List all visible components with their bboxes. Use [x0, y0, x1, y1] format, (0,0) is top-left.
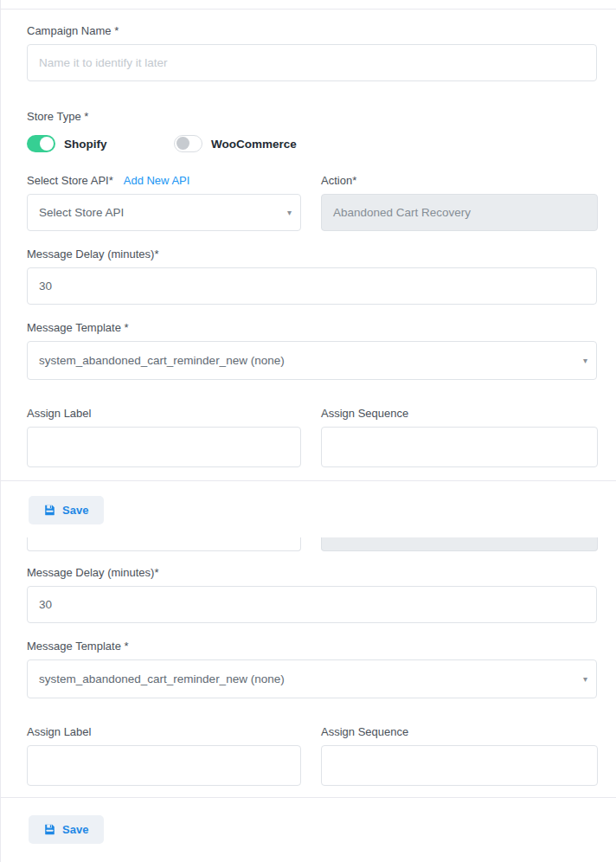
- message-template-select[interactable]: system_abandoned_cart_reminder_new (none…: [27, 659, 597, 698]
- assign-sequence-input[interactable]: [321, 427, 598, 467]
- save-button-label: Save: [62, 823, 88, 836]
- assign-label-input[interactable]: [27, 745, 301, 786]
- store-type-option-shopify[interactable]: Shopify: [27, 135, 174, 152]
- save-button[interactable]: Save: [29, 496, 104, 524]
- store-api-select-clipped[interactable]: [27, 537, 301, 551]
- action-label: Action*: [321, 174, 598, 187]
- message-template-label: Message Template *: [27, 321, 597, 334]
- assign-sequence-field: Assign Sequence: [321, 725, 598, 786]
- campaign-name-field: Campaign Name *: [27, 24, 597, 81]
- top-divider: [1, 0, 616, 10]
- save-icon: [44, 824, 55, 835]
- shopify-toggle-label: Shopify: [64, 138, 107, 151]
- message-delay-field: Message Delay (minutes)*: [27, 248, 597, 305]
- save-icon: [44, 505, 55, 516]
- store-type-field: Store Type * Shopify WooCommerce: [27, 110, 597, 152]
- store-api-select-value: Select Store API: [39, 206, 124, 219]
- message-delay-input[interactable]: [27, 586, 597, 623]
- store-type-option-woocommerce[interactable]: WooCommerce: [174, 135, 297, 152]
- assign-row: Assign Label Assign Sequence: [27, 407, 597, 467]
- chevron-down-icon: ▾: [583, 674, 587, 684]
- assign-label-input[interactable]: [27, 427, 301, 467]
- store-type-toggles: Shopify WooCommerce: [27, 135, 597, 152]
- assign-label-field: Assign Label: [27, 407, 301, 467]
- woocommerce-toggle-label: WooCommerce: [211, 138, 297, 151]
- message-template-select[interactable]: system_abandoned_cart_reminder_new (none…: [27, 341, 597, 380]
- assign-sequence-label: Assign Sequence: [321, 725, 598, 738]
- shopify-toggle[interactable]: [27, 135, 55, 152]
- action-input: Abandoned Cart Recovery: [321, 194, 598, 231]
- save-button-label: Save: [62, 504, 88, 517]
- message-template-label: Message Template *: [27, 640, 597, 653]
- message-delay-input[interactable]: [27, 267, 597, 305]
- campaign-form-page: Campaign Name * Store Type * Shopify Woo…: [0, 0, 616, 862]
- form-footer-primary: Save: [1, 481, 616, 524]
- store-api-field: Select Store API* Add New API Select Sto…: [27, 174, 301, 231]
- toggle-knob: [40, 137, 54, 151]
- store-type-label: Store Type *: [27, 110, 597, 123]
- assign-row: Assign Label Assign Sequence: [27, 725, 597, 786]
- assign-sequence-input[interactable]: [321, 745, 598, 786]
- assign-sequence-label: Assign Sequence: [321, 407, 598, 420]
- campaign-form-primary: Campaign Name * Store Type * Shopify Woo…: [1, 10, 616, 467]
- form-footer-secondary: Save: [1, 798, 616, 844]
- chevron-down-icon: ▾: [287, 208, 292, 217]
- campaign-name-label: Campaign Name *: [27, 24, 597, 37]
- campaign-form-secondary: Message Delay (minutes)* Message Templat…: [1, 551, 616, 786]
- campaign-name-input[interactable]: [27, 44, 597, 81]
- assign-label-field: Assign Label: [27, 725, 301, 786]
- message-template-field: Message Template * system_abandoned_cart…: [27, 321, 597, 380]
- message-template-select-value: system_abandoned_cart_reminder_new (none…: [39, 354, 285, 367]
- assign-sequence-field: Assign Sequence: [321, 407, 598, 467]
- assign-label-label: Assign Label: [27, 725, 301, 738]
- assign-label-label: Assign Label: [27, 407, 301, 420]
- toggle-knob: [176, 137, 189, 150]
- store-api-select[interactable]: Select Store API ▾: [27, 194, 301, 231]
- action-field: Action* Abandoned Cart Recovery: [321, 174, 598, 231]
- action-input-clipped: [321, 537, 598, 551]
- message-delay-field: Message Delay (minutes)*: [27, 566, 597, 623]
- message-template-field: Message Template * system_abandoned_cart…: [27, 640, 597, 698]
- message-delay-label: Message Delay (minutes)*: [27, 248, 597, 261]
- woocommerce-toggle[interactable]: [174, 135, 202, 152]
- message-delay-label: Message Delay (minutes)*: [27, 566, 597, 579]
- store-api-action-row: Select Store API* Add New API Select Sto…: [27, 174, 597, 231]
- save-button[interactable]: Save: [29, 815, 104, 844]
- chevron-down-icon: ▾: [583, 356, 587, 365]
- message-template-select-value: system_abandoned_cart_reminder_new (none…: [39, 672, 285, 685]
- add-new-api-link[interactable]: Add New API: [124, 174, 190, 187]
- clipped-fields-row: [1, 537, 616, 551]
- store-api-label: Select Store API*: [27, 174, 113, 187]
